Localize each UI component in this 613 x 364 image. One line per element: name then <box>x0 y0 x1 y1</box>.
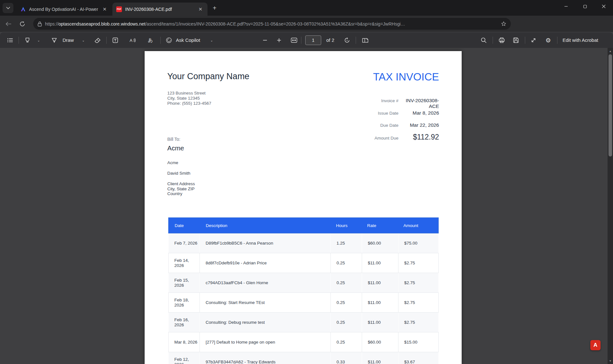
due-date-value: Mar 22, 2026 <box>402 122 439 128</box>
column-header-hours: Hours <box>330 218 362 233</box>
cell-rate: $11.00 <box>362 253 398 273</box>
column-header-date: Date <box>169 218 200 233</box>
cell-rate: $11.00 <box>362 273 398 292</box>
url-bar[interactable]: https://optascendsaseaprod.blob.core.win… <box>33 18 511 30</box>
translate-button[interactable]: あ <box>146 35 155 45</box>
cell-hours: 0.25 <box>330 253 362 273</box>
svg-text:A: A <box>130 38 132 43</box>
cell-description: 8d8f7cDdefb910e - Adrian Price <box>200 253 330 273</box>
address-bar: https://optascendsaseaprod.blob.core.win… <box>0 16 613 32</box>
cell-rate: $60.00 <box>362 233 398 253</box>
pdf-viewport: Your Company Name 123 Business Street Ci… <box>0 48 613 364</box>
vertical-scrollbar[interactable]: ▲ ▼ <box>608 48 613 364</box>
toolbar-divider <box>493 37 493 44</box>
window-minimize-button[interactable] <box>559 0 573 13</box>
tab-invoice-pdf[interactable]: PDF INV-20260308-ACE.pdf ✕ <box>112 3 208 16</box>
scrollbar-thumb[interactable] <box>609 54 612 156</box>
cell-hours: 1.25 <box>330 233 362 253</box>
highlight-options-button[interactable]: ⌄ <box>34 35 43 45</box>
draw-options-button[interactable]: ⌄ <box>79 35 88 45</box>
client-contact: David Smith <box>167 171 190 176</box>
cell-date: Feb 18, 2026 <box>174 298 200 308</box>
window-maximize-button[interactable] <box>578 0 592 13</box>
back-button[interactable] <box>4 19 13 28</box>
ask-copilot-label[interactable]: Ask Copilot <box>176 37 200 43</box>
toolbar-divider <box>160 37 161 44</box>
column-header-amount: Amount <box>398 218 438 233</box>
cell-description: 97b3AFB3447dA62 - Tracy Edwards <box>200 352 330 364</box>
cell-description: [277] Default to Home page on open <box>200 332 330 352</box>
zoom-in-button[interactable] <box>274 35 284 45</box>
minimize-icon <box>564 4 568 8</box>
cell-date: Feb 16, 2026 <box>174 317 200 328</box>
amount-due-row: Amount Due $112.92 <box>350 133 439 141</box>
issue-date-row: Issue Date Mar 8, 2026 <box>350 110 439 116</box>
find-button[interactable] <box>479 35 488 45</box>
eraser-icon <box>95 38 101 43</box>
scroll-up-arrow[interactable]: ▲ <box>608 49 613 54</box>
favorite-star-icon[interactable] <box>501 21 506 27</box>
zoom-out-button[interactable] <box>260 35 270 45</box>
url-host: optascendsaseaprod.blob.core.windows.net <box>58 21 145 27</box>
tab-close-icon[interactable]: ✕ <box>101 6 108 12</box>
settings-button[interactable]: ⚙ <box>543 35 553 45</box>
ask-copilot-button[interactable] <box>164 35 174 45</box>
draw-button[interactable] <box>49 35 59 45</box>
rotate-button[interactable] <box>342 35 352 45</box>
window-close-button[interactable] <box>596 0 611 13</box>
draw-label[interactable]: Draw <box>63 37 74 43</box>
save-icon <box>513 37 519 43</box>
cell-amount: $75.00 <box>398 233 439 253</box>
amount-due-value: $112.92 <box>402 133 439 141</box>
maximize-icon <box>583 5 587 8</box>
cell-date: Mar 8, 2026 <box>174 340 199 345</box>
client-address: Client Address City, State ZIP Country <box>167 181 195 196</box>
toolbar-divider <box>106 37 107 44</box>
tab-title: Ascend By OptivationAI - AI-Power <box>29 7 98 12</box>
edit-with-acrobat-button[interactable]: Edit with Acrobat <box>563 37 598 43</box>
chevron-down-icon: ⌄ <box>82 39 85 42</box>
tab-ascend[interactable]: Ascend By OptivationAI - AI-Power ✕ <box>17 3 112 16</box>
scroll-down-arrow[interactable]: ▼ <box>608 358 613 363</box>
cell-amount: $2.75 <box>398 313 439 332</box>
highlighter-icon <box>25 37 30 43</box>
acrobat-icon: A <box>594 342 597 348</box>
cell-description: Consulting: Debug resume test <box>200 313 330 332</box>
cell-date: Feb 15, 2026 <box>174 278 200 288</box>
tab-search-button[interactable] <box>3 3 13 13</box>
save-button[interactable] <box>511 35 521 45</box>
fit-to-width-button[interactable] <box>289 35 299 45</box>
page-view-icon <box>362 38 368 43</box>
print-button[interactable] <box>497 35 506 45</box>
line-items-table: Date Description Hours Rate Amount Feb 7… <box>168 217 439 364</box>
cell-hours: 0.33 <box>330 352 362 364</box>
cell-date: Feb 14, 2026 <box>174 258 200 268</box>
tab-close-icon[interactable]: ✕ <box>197 6 204 12</box>
cell-description: c794AD13aafFCb4 - Glen Horne <box>200 273 330 292</box>
chevron-down-icon: ⌄ <box>210 39 213 42</box>
acrobat-floating-button[interactable]: A <box>590 340 601 350</box>
tab-title: INV-20260308-ACE.pdf <box>125 7 194 12</box>
cell-rate: $11.00 <box>362 293 398 312</box>
bill-to-label: Bill To: <box>167 137 180 142</box>
page-count-label: of 2 <box>326 37 334 43</box>
minus-icon <box>263 38 267 42</box>
expand-button[interactable] <box>529 35 538 45</box>
table-of-contents-button[interactable] <box>5 35 15 45</box>
refresh-button[interactable] <box>18 19 27 28</box>
search-icon <box>481 37 487 43</box>
add-text-button[interactable] <box>110 35 120 45</box>
issue-date-label: Issue Date <box>350 111 398 116</box>
page-number-input[interactable]: 1 <box>305 35 321 45</box>
company-address: 123 Business Street City, State 12345 Ph… <box>167 91 211 106</box>
erase-button[interactable] <box>93 35 102 45</box>
highlight-button[interactable] <box>23 35 32 45</box>
client-address-line: Client Address <box>167 181 195 186</box>
read-aloud-button[interactable]: A <box>128 35 138 45</box>
copilot-options-button[interactable]: ⌄ <box>207 35 216 45</box>
new-tab-button[interactable]: + <box>210 4 219 12</box>
page-view-button[interactable] <box>360 35 370 45</box>
cell-rate: $60.00 <box>362 332 398 352</box>
table-row: Feb 12, 2026 97b3AFB3447dA62 - Tracy Edw… <box>168 352 439 364</box>
cell-date: Feb 12, 2026 <box>174 357 200 364</box>
